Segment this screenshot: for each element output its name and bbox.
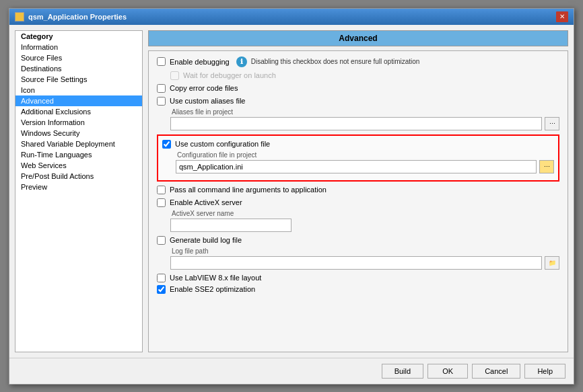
config-file-section: Configuration file in project ⋯ (176, 151, 554, 173)
copy-error-label[interactable]: Copy error code files (170, 84, 238, 92)
info-text: Disabling this checkbox does not ensure … (251, 58, 420, 65)
log-input-row: 📁 (170, 256, 559, 270)
activex-input[interactable] (170, 219, 292, 232)
close-button[interactable]: ✕ (556, 11, 568, 22)
use-labview-checkbox[interactable] (157, 274, 166, 282)
config-input[interactable] (176, 160, 537, 173)
dialog: qsm_Application Properties ✕ Category In… (9, 8, 574, 385)
enable-activex-row: Enable ActiveX server (157, 198, 559, 207)
aliases-browse-btn[interactable]: ⋯ (545, 117, 559, 130)
copy-error-checkbox[interactable] (157, 84, 166, 93)
sidebar-item-windows-security[interactable]: Windows Security (15, 128, 142, 139)
sidebar-item-category[interactable]: Category (15, 31, 142, 42)
sidebar-item-source-files[interactable]: Source Files (15, 52, 142, 63)
cancel-button[interactable]: Cancel (472, 364, 520, 379)
enable-sse2-label[interactable]: Enable SSE2 optimization (170, 285, 255, 293)
sidebar: Category Information Source Files Destin… (15, 30, 143, 352)
aliases-input-row: ⋯ (170, 117, 559, 130)
enable-activex-checkbox[interactable] (157, 198, 166, 207)
sidebar-item-destinations[interactable]: Destinations (15, 63, 142, 74)
sidebar-item-advanced[interactable]: Advanced (15, 95, 142, 106)
generate-build-log-row: Generate build log file (157, 236, 559, 245)
activex-server-label: ActiveX server name (170, 210, 559, 217)
use-custom-aliases-checkbox[interactable] (157, 97, 166, 106)
footer: Build OK Cancel Help (9, 358, 574, 384)
generate-build-log-checkbox[interactable] (157, 236, 166, 245)
wait-for-debugger-label: Wait for debugger on launch (183, 71, 276, 79)
panel-body: Enable debugging ℹ Disabling this checkb… (148, 50, 568, 352)
info-icon: ℹ (236, 56, 247, 67)
enable-activex-label[interactable]: Enable ActiveX server (170, 198, 242, 206)
sidebar-item-web-services[interactable]: Web Services (15, 160, 142, 171)
sidebar-item-version-information[interactable]: Version Information (15, 117, 142, 128)
sidebar-item-pre-post-build-actions[interactable]: Pre/Post Build Actions (15, 171, 142, 182)
config-input-row: ⋯ (176, 160, 554, 173)
app-icon (15, 12, 24, 22)
enable-sse2-row: Enable SSE2 optimization (157, 285, 559, 294)
activex-input-row (170, 219, 559, 232)
config-browse-btn[interactable]: ⋯ (539, 160, 554, 173)
use-labview-label[interactable]: Use LabVIEW 8.x file layout (170, 274, 261, 282)
sidebar-item-information[interactable]: Information (15, 42, 142, 52)
enable-debugging-label[interactable]: Enable debugging (170, 58, 230, 66)
wait-for-debugger-checkbox[interactable] (170, 71, 179, 80)
aliases-input[interactable] (170, 117, 542, 130)
aliases-section: Aliases file in project ⋯ (170, 108, 559, 130)
activex-section: ActiveX server name (170, 210, 559, 232)
use-labview-row: Use LabVIEW 8.x file layout (157, 274, 559, 282)
titlebar-left: qsm_Application Properties (15, 12, 127, 22)
sidebar-item-icon[interactable]: Icon (15, 85, 142, 95)
panel-header: Advanced (148, 30, 568, 46)
generate-build-log-label[interactable]: Generate build log file (170, 236, 242, 244)
enable-sse2-checkbox[interactable] (157, 285, 166, 294)
log-file-path-label: Log file path (170, 247, 559, 255)
use-custom-config-label[interactable]: Use custom configuration file (175, 140, 270, 148)
wait-for-debugger-row: Wait for debugger on launch (170, 71, 559, 80)
enable-debugging-row: Enable debugging ℹ Disabling this checkb… (157, 56, 559, 67)
enable-debugging-checkbox[interactable] (157, 57, 166, 66)
build-button[interactable]: Build (382, 364, 423, 379)
config-file-label: Configuration file in project (176, 151, 554, 159)
aliases-file-label: Aliases file in project (170, 108, 559, 116)
pass-all-args-checkbox[interactable] (157, 186, 166, 194)
main-panel: Advanced Enable debugging ℹ Disabling th… (148, 30, 568, 352)
sidebar-item-run-time-languages[interactable]: Run-Time Languages (15, 149, 142, 160)
log-file-section: Log file path 📁 (170, 247, 559, 270)
content-area: Category Information Source Files Destin… (9, 25, 574, 358)
pass-all-args-row: Pass all command line arguments to appli… (157, 186, 559, 194)
use-custom-aliases-row: Use custom aliases file (157, 97, 559, 106)
ok-button[interactable]: OK (427, 364, 468, 379)
sidebar-item-additional-exclusions[interactable]: Additional Exclusions (15, 106, 142, 117)
sidebar-item-preview[interactable]: Preview (15, 182, 142, 192)
titlebar: qsm_Application Properties ✕ (9, 9, 574, 25)
use-custom-config-row: Use custom configuration file (162, 140, 554, 149)
custom-config-section: Use custom configuration file Configurat… (157, 134, 559, 182)
log-browse-btn[interactable]: 📁 (545, 256, 559, 270)
copy-error-code-row: Copy error code files (157, 84, 559, 93)
dialog-title: qsm_Application Properties (28, 13, 127, 21)
sidebar-item-source-file-settings[interactable]: Source File Settings (15, 74, 142, 85)
use-custom-aliases-label[interactable]: Use custom aliases file (170, 97, 246, 105)
sidebar-item-shared-variable-deployment[interactable]: Shared Variable Deployment (15, 139, 142, 149)
pass-all-args-label[interactable]: Pass all command line arguments to appli… (170, 186, 327, 194)
help-button[interactable]: Help (524, 364, 565, 379)
use-custom-config-checkbox[interactable] (162, 140, 171, 149)
log-file-input[interactable] (170, 256, 542, 270)
